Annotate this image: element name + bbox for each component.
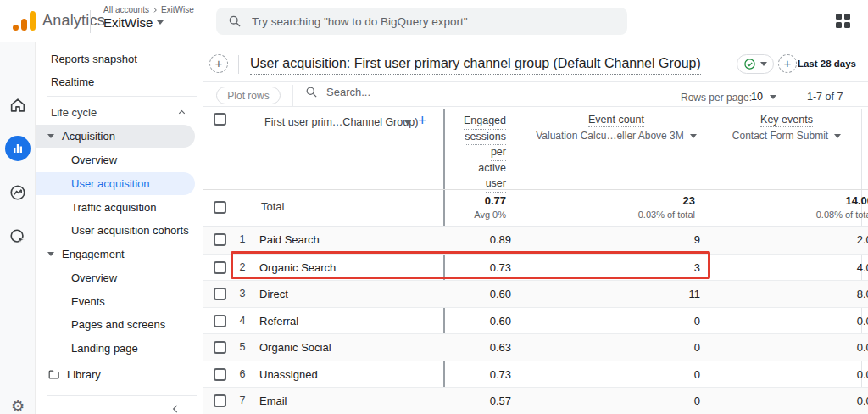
sidebar-item-traffic-acquisition[interactable]: Traffic acquisition <box>36 196 203 219</box>
table-search-input[interactable] <box>326 86 453 98</box>
toolbar-separator <box>292 85 293 106</box>
add-comparison-button[interactable]: + <box>209 54 228 73</box>
channel-name: Organic Search <box>259 255 336 282</box>
dimension-caret-icon[interactable] <box>404 120 411 125</box>
metric-header-event-count[interactable]: Event count Valuation Calcu…eller Above … <box>526 114 707 142</box>
table-search[interactable] <box>305 86 453 98</box>
sidebar-item-landing-page[interactable]: Landing page <box>36 337 203 360</box>
channel-name: Unassigned <box>259 361 318 389</box>
chevron-right-icon <box>152 7 159 14</box>
total-label: Total <box>261 200 284 213</box>
row-checkbox[interactable] <box>214 394 226 407</box>
engaged-sessions-value: 0.57 <box>490 388 511 414</box>
add-dimension-button[interactable]: + <box>418 112 427 130</box>
caret-down-icon <box>47 134 54 138</box>
metric-header-key-events[interactable]: Key events Contact Form Submit <box>695 114 868 142</box>
report-title[interactable]: User acquisition: First user primary cha… <box>250 56 701 75</box>
caret-down-icon <box>834 134 841 138</box>
table-row-highlighted[interactable]: 2 Organic Search 0.73 3 4.00 <box>203 254 868 281</box>
plot-rows-button[interactable]: Plot rows <box>216 87 281 104</box>
total-key-events-sub: 0.08% of total <box>816 210 868 220</box>
reports-icon[interactable] <box>0 136 36 161</box>
row-number: 5 <box>237 334 248 361</box>
sidebar-group-engagement[interactable]: Engagement <box>36 243 203 266</box>
event-count-value: 11 <box>689 281 701 308</box>
row-checkbox[interactable] <box>214 233 226 246</box>
table-row[interactable]: 7 Email 0.57 0 0.00 <box>203 387 868 414</box>
table-row[interactable]: 6 Unassigned 0.73 0 0.00 <box>203 361 868 388</box>
engaged-sessions-value: 0.60 <box>490 308 511 335</box>
row-checkbox[interactable] <box>214 341 226 354</box>
report-status-pill[interactable] <box>737 54 774 74</box>
logo-bar-mid <box>21 19 27 31</box>
breadcrumb-root: All accounts <box>103 5 149 14</box>
channel-name: Paid Search <box>259 227 320 254</box>
logo-dot <box>13 25 19 31</box>
table-row[interactable]: 3 Direct 0.60 11 8.00 <box>203 280 868 307</box>
total-row-checkbox[interactable] <box>214 201 226 214</box>
row-number: 4 <box>237 308 248 335</box>
sidebar-section-life-cycle[interactable]: Life cycle <box>36 101 203 124</box>
advertising-icon[interactable] <box>0 227 36 246</box>
table-row[interactable]: 5 Organic Social 0.63 0 0.00 <box>203 333 868 361</box>
event-count-value: 0 <box>694 308 700 335</box>
sidebar-item-reports-snapshot[interactable]: Reports snapshot <box>36 48 203 70</box>
key-events-value: 0.00 <box>857 308 868 335</box>
event-count-selector[interactable]: Valuation Calcu…eller Above 3M <box>536 130 684 142</box>
report-main: + User acquisition: First user primary c… <box>203 42 868 414</box>
brand-title: Analytics <box>42 12 105 30</box>
sidebar-item-user-acquisition-cohorts[interactable]: User acquisition cohorts <box>36 219 203 242</box>
row-checkbox[interactable] <box>214 368 226 381</box>
global-search-input[interactable] <box>252 15 615 28</box>
total-event-count-sub: 0.03% of total <box>638 210 695 220</box>
row-checkbox[interactable] <box>214 288 226 300</box>
engaged-sessions-value: 0.73 <box>490 255 511 282</box>
home-icon[interactable] <box>0 96 36 115</box>
add-metric-button[interactable]: + <box>778 54 797 73</box>
metric-header-engaged-sessions[interactable]: Engaged sessions per active user <box>464 114 506 193</box>
sidebar-item-engagement-overview[interactable]: Overview <box>36 266 203 289</box>
event-count-value: 0 <box>694 361 700 389</box>
key-event-selector[interactable]: Contact Form Submit <box>732 130 828 142</box>
analytics-logo-icon[interactable] <box>13 11 36 31</box>
row-checkbox[interactable] <box>214 315 226 327</box>
date-range-label[interactable]: Last 28 days <box>798 59 856 69</box>
table-row[interactable]: 4 Referral 0.60 0 0.00 <box>203 307 868 334</box>
header-rule <box>203 81 868 82</box>
event-count-value: 3 <box>694 255 700 282</box>
row-checkbox[interactable] <box>214 261 226 274</box>
key-events-value: 8.00 <box>857 281 868 308</box>
sidebar-item-realtime[interactable]: Realtime <box>36 70 203 93</box>
global-search[interactable] <box>216 8 627 35</box>
explore-icon[interactable] <box>0 183 36 202</box>
icon-rail: ⚙ <box>0 42 36 414</box>
account-switcher[interactable]: All accounts ExitWise ExitWise <box>103 5 194 30</box>
sidebar-item-acquisition-overview[interactable]: Overview <box>36 148 203 171</box>
account-caret-icon <box>157 20 164 25</box>
account-name[interactable]: ExitWise <box>103 15 194 30</box>
top-bar: Analytics All accounts ExitWise ExitWise <box>0 0 868 42</box>
sidebar-item-user-acquisition[interactable]: User acquisition <box>36 172 195 195</box>
apps-grid-icon[interactable] <box>836 14 851 29</box>
channel-name: Organic Social <box>259 334 331 361</box>
engaged-sessions-value: 0.89 <box>490 227 511 254</box>
sidebar-item-pages-and-screens[interactable]: Pages and screens <box>36 313 203 336</box>
account-breadcrumb: All accounts ExitWise <box>103 5 194 14</box>
dimension-header[interactable]: First user prim…Channel Group) <box>264 116 418 128</box>
sidebar-item-library[interactable]: Library <box>36 363 203 386</box>
topbar-divider <box>90 10 91 33</box>
caret-down-icon[interactable] <box>770 95 776 99</box>
event-count-value: 0 <box>694 388 700 414</box>
sidebar-item-events[interactable]: Events <box>36 290 203 313</box>
table-row[interactable]: 1 Paid Search 0.89 9 2.00 <box>203 227 868 254</box>
rows-per-page-select[interactable]: 10 <box>751 91 763 103</box>
row-number: 6 <box>237 361 248 389</box>
channel-name: Referral <box>259 308 298 335</box>
toolbar-rule <box>203 106 868 107</box>
collapse-sidebar-icon[interactable] <box>170 402 181 414</box>
admin-gear-icon[interactable]: ⚙ <box>0 399 36 414</box>
select-all-checkbox[interactable] <box>214 113 226 126</box>
table-header-rule <box>203 189 868 190</box>
sidebar-group-acquisition[interactable]: Acquisition <box>36 125 195 148</box>
engaged-sessions-value: 0.63 <box>490 334 511 361</box>
